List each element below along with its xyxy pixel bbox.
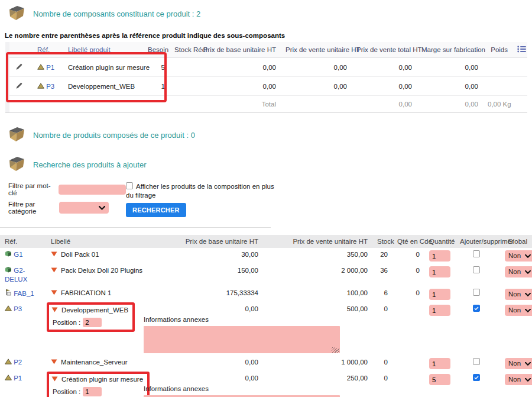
global-select[interactable]: Non xyxy=(505,250,532,262)
chevron-down-icon xyxy=(525,290,531,299)
stock-cell: 0 xyxy=(372,302,392,356)
base-price-value: 0,00 xyxy=(144,305,258,314)
search-filters: Filtre par mot-clé Filtre par catégorie … xyxy=(8,182,532,219)
base-price-cell: 175,33334 xyxy=(139,286,263,302)
on-order-cell: 0 xyxy=(392,286,424,302)
col-margin: Marge sur fabrication xyxy=(417,42,483,58)
global-selected-value: Non xyxy=(508,375,521,384)
add-remove-checkbox[interactable] xyxy=(473,250,480,257)
quantity-input[interactable] xyxy=(429,305,450,316)
product-box-icon xyxy=(5,266,12,275)
col-sell-unit: Prix de vente unitaire HT xyxy=(281,42,352,58)
label-cell: Création plugin sur mesure Position : xyxy=(46,372,139,397)
add-remove-cell xyxy=(455,286,500,302)
position-label: Position : xyxy=(53,318,80,327)
stock-cell: 6 xyxy=(372,286,392,302)
margin-cell: 0,00 xyxy=(417,77,483,96)
global-selected-value: Non xyxy=(508,290,521,299)
add-remove-cell xyxy=(455,302,500,356)
stock-reel-cell xyxy=(170,58,198,77)
label-cell: Création plugin sur mesure xyxy=(63,58,143,77)
product-label: FABRICATION 1 xyxy=(61,289,111,298)
search-button[interactable]: RECHERCHER xyxy=(126,203,186,217)
ref-cell: G2-DELUX xyxy=(0,264,46,286)
on-order-cell: 0 xyxy=(392,264,424,286)
label-cell: Developpement_WEB Position : xyxy=(46,302,139,356)
chevron-down-icon xyxy=(525,267,531,276)
col-stock-reel: Stock Réel xyxy=(170,42,198,58)
product-ref-link[interactable]: FAB_1 xyxy=(14,290,34,297)
product-ref-link[interactable]: P2 xyxy=(14,359,22,366)
quantity-cell xyxy=(424,372,455,397)
col-base-price: Prix de base unitaire HT xyxy=(139,235,263,248)
add-remove-checkbox[interactable] xyxy=(473,305,480,312)
label-cell: Pack Delux Doli 20 Plugins xyxy=(46,264,139,286)
col-add-remove: Ajouter/supprimer xyxy=(455,235,500,248)
category-arrow-icon xyxy=(51,358,57,367)
stock-cell: 20 xyxy=(372,248,392,264)
product-label: Doli Pack 01 xyxy=(61,250,99,259)
product-label: Developpement_WEB xyxy=(61,306,128,315)
global-selected-value: Non xyxy=(508,359,521,368)
quantity-input[interactable] xyxy=(429,250,450,262)
chevron-down-icon xyxy=(525,359,531,368)
besoin-cell: 1 xyxy=(143,77,170,96)
components-total-row: Total 0,00 0,00 0,00 Kg xyxy=(5,96,527,113)
weight-cell xyxy=(483,58,512,77)
col-ref[interactable]: Réf. xyxy=(33,42,63,58)
annex-info-label: Informations annexes xyxy=(144,385,258,393)
on-order-cell xyxy=(392,372,424,397)
product-ref-link[interactable]: P3 xyxy=(14,305,22,312)
col-edit xyxy=(5,42,33,58)
add-remove-checkbox[interactable] xyxy=(473,374,480,381)
show-composition-checkbox[interactable] xyxy=(126,182,133,189)
quantity-input[interactable] xyxy=(429,266,450,277)
total-label: Total xyxy=(198,96,281,113)
quantity-input[interactable] xyxy=(429,374,450,385)
quantity-input[interactable] xyxy=(429,289,450,300)
total-weight: 0,00 Kg xyxy=(483,96,512,113)
pencil-edit-icon[interactable] xyxy=(15,82,23,91)
annex-info-textarea[interactable] xyxy=(144,326,340,353)
category-arrow-icon xyxy=(51,266,57,275)
position-input[interactable] xyxy=(83,387,102,396)
col-label[interactable]: Libellé produit xyxy=(63,42,143,58)
ref-cell: P3 xyxy=(0,302,46,356)
sell-unit-cell: 0,00 xyxy=(281,77,352,96)
add-remove-checkbox[interactable] xyxy=(473,266,480,273)
label-cell: Developpement_WEB xyxy=(63,77,143,96)
product-ref-link[interactable]: G1 xyxy=(14,251,22,258)
service-triangle-icon xyxy=(5,305,12,314)
label-cell: Doli Pack 01 xyxy=(46,248,139,264)
global-select[interactable]: Non xyxy=(505,266,532,277)
add-remove-checkbox[interactable] xyxy=(473,358,480,365)
product-ref-link[interactable]: P1 xyxy=(14,375,22,382)
edit-cell xyxy=(5,77,33,96)
service-triangle-icon xyxy=(37,64,44,71)
pencil-edit-icon[interactable] xyxy=(15,63,23,72)
position-input[interactable] xyxy=(83,318,102,327)
search-section-header: Recherche des produits à ajouter xyxy=(8,156,532,173)
components-table: Réf. Libellé produit Besoin Stock Réel P… xyxy=(5,42,527,113)
sell-total-cell: 0,00 xyxy=(352,77,417,96)
quantity-input[interactable] xyxy=(429,358,450,369)
component-ref-link[interactable]: P1 xyxy=(46,64,54,71)
global-select[interactable]: Non xyxy=(505,358,532,369)
product-row: FAB_1 FABRICATION 1 175,33334 100,00 6 0 xyxy=(0,286,532,302)
on-order-cell: 0 xyxy=(392,248,424,264)
component-row: P3 Developpement_WEB 1 0,00 0,00 0,00 0,… xyxy=(5,77,527,96)
col-label: Libellé xyxy=(46,235,139,248)
global-select[interactable]: Non xyxy=(505,289,532,300)
global-select[interactable]: Non xyxy=(505,305,532,316)
add-remove-checkbox[interactable] xyxy=(473,289,480,296)
weight-cell xyxy=(483,77,512,96)
product-row-selected: P3 Developpement_WEB Position : xyxy=(0,302,532,356)
category-filter-select[interactable] xyxy=(59,202,109,214)
columns-selector-icon[interactable] xyxy=(517,46,526,54)
service-triangle-icon xyxy=(5,358,12,367)
component-ref-link[interactable]: P3 xyxy=(46,83,54,90)
on-order-cell xyxy=(392,356,424,372)
keyword-filter-input[interactable] xyxy=(59,185,126,195)
category-arrow-icon xyxy=(51,375,58,384)
global-select[interactable]: Non xyxy=(505,374,532,385)
